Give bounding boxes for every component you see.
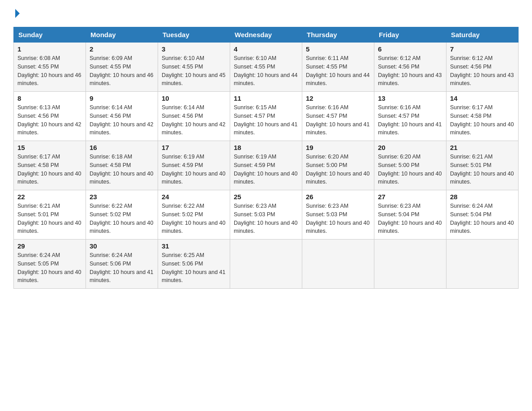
calendar-cell: 7 Sunrise: 6:12 AM Sunset: 4:56 PM Dayli… — [446, 43, 519, 92]
day-info: Sunrise: 6:25 AM Sunset: 5:06 PM Dayligh… — [162, 251, 226, 285]
day-info: Sunrise: 6:23 AM Sunset: 5:03 PM Dayligh… — [234, 202, 298, 235]
calendar-cell: 28 Sunrise: 6:24 AM Sunset: 5:04 PM Dayl… — [446, 190, 519, 240]
day-header-thursday: Thursday — [302, 27, 374, 43]
day-number: 2 — [90, 45, 154, 53]
calendar-cell: 5 Sunrise: 6:11 AM Sunset: 4:55 PM Dayli… — [302, 43, 374, 92]
day-info: Sunrise: 6:10 AM Sunset: 4:55 PM Dayligh… — [162, 54, 226, 88]
day-number: 10 — [162, 94, 226, 102]
day-info: Sunrise: 6:17 AM Sunset: 4:58 PM Dayligh… — [450, 103, 515, 137]
day-number: 25 — [234, 193, 298, 201]
day-number: 18 — [234, 144, 298, 151]
logo-arrow-icon — [15, 9, 20, 18]
logo-general-text — [13, 9, 20, 18]
day-number: 29 — [17, 242, 82, 250]
day-number: 1 — [17, 45, 82, 53]
calendar-cell: 10 Sunrise: 6:14 AM Sunset: 4:56 PM Dayl… — [158, 92, 230, 141]
calendar-cell — [374, 240, 446, 289]
day-info: Sunrise: 6:23 AM Sunset: 5:03 PM Dayligh… — [306, 202, 370, 235]
calendar-cell: 6 Sunrise: 6:12 AM Sunset: 4:56 PM Dayli… — [374, 43, 446, 92]
calendar-week-row: 22 Sunrise: 6:21 AM Sunset: 5:01 PM Dayl… — [14, 190, 519, 240]
day-number: 6 — [378, 45, 442, 53]
day-info: Sunrise: 6:16 AM Sunset: 4:57 PM Dayligh… — [306, 103, 370, 137]
calendar-cell — [302, 240, 374, 289]
day-header-friday: Friday — [374, 27, 446, 43]
day-number: 14 — [450, 94, 515, 102]
day-number: 20 — [378, 144, 442, 151]
day-info: Sunrise: 6:14 AM Sunset: 4:56 PM Dayligh… — [90, 103, 154, 137]
calendar-cell: 3 Sunrise: 6:10 AM Sunset: 4:55 PM Dayli… — [158, 43, 230, 92]
day-info: Sunrise: 6:15 AM Sunset: 4:57 PM Dayligh… — [234, 103, 298, 137]
calendar-cell: 11 Sunrise: 6:15 AM Sunset: 4:57 PM Dayl… — [230, 92, 302, 141]
day-info: Sunrise: 6:10 AM Sunset: 4:55 PM Dayligh… — [234, 54, 298, 88]
day-number: 16 — [90, 144, 154, 151]
calendar-cell: 24 Sunrise: 6:22 AM Sunset: 5:02 PM Dayl… — [158, 190, 230, 240]
day-number: 17 — [162, 144, 226, 151]
day-number: 30 — [90, 242, 154, 250]
calendar-week-row: 29 Sunrise: 6:24 AM Sunset: 5:05 PM Dayl… — [14, 240, 519, 289]
calendar-cell: 18 Sunrise: 6:19 AM Sunset: 4:59 PM Dayl… — [230, 141, 302, 190]
calendar-cell: 26 Sunrise: 6:23 AM Sunset: 5:03 PM Dayl… — [302, 190, 374, 240]
calendar-cell — [230, 240, 302, 289]
calendar-cell: 4 Sunrise: 6:10 AM Sunset: 4:55 PM Dayli… — [230, 43, 302, 92]
calendar-cell: 29 Sunrise: 6:24 AM Sunset: 5:05 PM Dayl… — [14, 240, 86, 289]
page-header — [13, 9, 519, 18]
calendar-header-row: SundayMondayTuesdayWednesdayThursdayFrid… — [14, 27, 519, 43]
day-header-sunday: Sunday — [14, 27, 86, 43]
calendar-cell: 12 Sunrise: 6:16 AM Sunset: 4:57 PM Dayl… — [302, 92, 374, 141]
day-header-tuesday: Tuesday — [158, 27, 230, 43]
calendar-week-row: 8 Sunrise: 6:13 AM Sunset: 4:56 PM Dayli… — [14, 92, 519, 141]
calendar-cell: 22 Sunrise: 6:21 AM Sunset: 5:01 PM Dayl… — [14, 190, 86, 240]
day-number: 3 — [162, 45, 226, 53]
day-info: Sunrise: 6:20 AM Sunset: 5:00 PM Dayligh… — [306, 153, 370, 186]
day-header-saturday: Saturday — [446, 27, 519, 43]
calendar-table: SundayMondayTuesdayWednesdayThursdayFrid… — [13, 27, 519, 289]
day-number: 23 — [90, 193, 154, 201]
day-info: Sunrise: 6:24 AM Sunset: 5:04 PM Dayligh… — [450, 202, 515, 235]
calendar-cell: 30 Sunrise: 6:24 AM Sunset: 5:06 PM Dayl… — [86, 240, 158, 289]
day-info: Sunrise: 6:22 AM Sunset: 5:02 PM Dayligh… — [90, 202, 154, 235]
day-number: 9 — [90, 94, 154, 102]
calendar-week-row: 15 Sunrise: 6:17 AM Sunset: 4:58 PM Dayl… — [14, 141, 519, 190]
day-number: 22 — [17, 193, 82, 201]
day-info: Sunrise: 6:20 AM Sunset: 5:00 PM Dayligh… — [378, 153, 442, 186]
calendar-cell: 27 Sunrise: 6:23 AM Sunset: 5:04 PM Dayl… — [374, 190, 446, 240]
day-number: 11 — [234, 94, 298, 102]
calendar-cell: 23 Sunrise: 6:22 AM Sunset: 5:02 PM Dayl… — [86, 190, 158, 240]
day-info: Sunrise: 6:13 AM Sunset: 4:56 PM Dayligh… — [17, 103, 82, 137]
day-info: Sunrise: 6:08 AM Sunset: 4:55 PM Dayligh… — [17, 54, 82, 88]
day-info: Sunrise: 6:18 AM Sunset: 4:58 PM Dayligh… — [90, 153, 154, 186]
day-number: 12 — [306, 94, 370, 102]
day-info: Sunrise: 6:23 AM Sunset: 5:04 PM Dayligh… — [378, 202, 442, 235]
calendar-cell: 21 Sunrise: 6:21 AM Sunset: 5:01 PM Dayl… — [446, 141, 519, 190]
day-number: 19 — [306, 144, 370, 151]
calendar-cell: 25 Sunrise: 6:23 AM Sunset: 5:03 PM Dayl… — [230, 190, 302, 240]
day-info: Sunrise: 6:21 AM Sunset: 5:01 PM Dayligh… — [17, 202, 82, 235]
day-number: 26 — [306, 193, 370, 201]
day-info: Sunrise: 6:11 AM Sunset: 4:55 PM Dayligh… — [306, 54, 370, 88]
day-header-wednesday: Wednesday — [230, 27, 302, 43]
day-number: 4 — [234, 45, 298, 53]
day-number: 27 — [378, 193, 442, 201]
calendar-cell: 1 Sunrise: 6:08 AM Sunset: 4:55 PM Dayli… — [14, 43, 86, 92]
day-info: Sunrise: 6:16 AM Sunset: 4:57 PM Dayligh… — [378, 103, 442, 137]
day-header-monday: Monday — [86, 27, 158, 43]
day-info: Sunrise: 6:24 AM Sunset: 5:05 PM Dayligh… — [17, 251, 82, 285]
calendar-week-row: 1 Sunrise: 6:08 AM Sunset: 4:55 PM Dayli… — [14, 43, 519, 92]
calendar-cell — [446, 240, 519, 289]
day-number: 31 — [162, 242, 226, 250]
day-number: 15 — [17, 144, 82, 151]
calendar-cell: 8 Sunrise: 6:13 AM Sunset: 4:56 PM Dayli… — [14, 92, 86, 141]
calendar-cell: 9 Sunrise: 6:14 AM Sunset: 4:56 PM Dayli… — [86, 92, 158, 141]
day-info: Sunrise: 6:21 AM Sunset: 5:01 PM Dayligh… — [450, 153, 515, 186]
day-info: Sunrise: 6:17 AM Sunset: 4:58 PM Dayligh… — [17, 153, 82, 186]
day-info: Sunrise: 6:09 AM Sunset: 4:55 PM Dayligh… — [90, 54, 154, 88]
day-number: 8 — [17, 94, 82, 102]
day-info: Sunrise: 6:19 AM Sunset: 4:59 PM Dayligh… — [234, 153, 298, 186]
day-info: Sunrise: 6:24 AM Sunset: 5:06 PM Dayligh… — [90, 251, 154, 285]
day-number: 24 — [162, 193, 226, 201]
calendar-cell: 13 Sunrise: 6:16 AM Sunset: 4:57 PM Dayl… — [374, 92, 446, 141]
calendar-cell: 31 Sunrise: 6:25 AM Sunset: 5:06 PM Dayl… — [158, 240, 230, 289]
day-number: 7 — [450, 45, 515, 53]
calendar-cell: 15 Sunrise: 6:17 AM Sunset: 4:58 PM Dayl… — [14, 141, 86, 190]
day-number: 28 — [450, 193, 515, 201]
